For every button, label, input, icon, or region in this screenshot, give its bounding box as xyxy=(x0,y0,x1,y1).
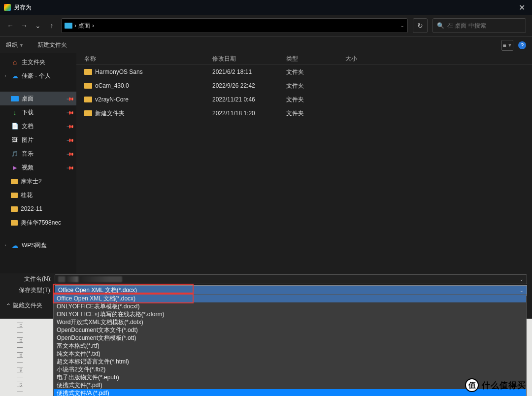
filetype-option[interactable]: OpenDocument文本文件(*.odt) xyxy=(54,326,526,334)
filetype-dropdown: Office Open XML 文档(*.docx) ONLYOFFICE表单模… xyxy=(53,294,527,396)
folder-icon xyxy=(84,69,92,75)
file-row[interactable]: HarmonyOS Sans2021/6/2 18:11文件夹 xyxy=(76,65,532,79)
filetype-option[interactable]: 便携式文件/A (*.pdf) xyxy=(54,389,526,396)
titlebar: 另存为 ✕ xyxy=(0,0,532,15)
chevron-up-icon: ⌃ xyxy=(6,302,11,309)
filetype-option[interactable]: 超文本标记语言文件(*.html) xyxy=(54,358,526,365)
filetype-option[interactable]: 便携式文件(*.pdf) xyxy=(54,381,526,389)
list-icon: ≡ xyxy=(503,42,506,49)
tree-videos[interactable]: 视频📌 xyxy=(0,161,76,174)
folder-icon xyxy=(84,83,92,89)
chevron-down-icon: ⌄ xyxy=(520,288,524,293)
watermark-badge: 值 xyxy=(465,378,479,392)
filetype-option[interactable]: 电子出版物文件(*.epub) xyxy=(54,373,526,381)
filetype-label: 保存类型(T): xyxy=(5,286,52,295)
hide-folders-button[interactable]: ⌃ 隐藏文件夹 xyxy=(6,301,42,310)
file-row[interactable]: 新建文件夹2022/11/18 1:20文件夹 xyxy=(76,106,532,120)
tree-home[interactable]: 主文件夹 xyxy=(0,55,76,69)
tree-downloads[interactable]: 下载📌 xyxy=(0,105,76,119)
path-box[interactable]: › 桌面 › ⌄ xyxy=(61,18,408,33)
view-mode-button[interactable]: ≡▼ xyxy=(501,40,513,51)
command-row: 组织▼ 新建文件夹 ≡▼ ? xyxy=(0,36,532,53)
window-title: 另存为 xyxy=(14,3,32,12)
filetype-option[interactable]: Office Open XML 文档(*.docx) xyxy=(54,295,526,302)
chevron-down-icon[interactable]: ⌄ xyxy=(520,277,524,282)
folder-icon xyxy=(84,110,92,116)
folder-icon xyxy=(84,97,92,102)
filetype-option[interactable]: OpenDocument文档模板(*.ott) xyxy=(54,334,526,342)
refresh-button[interactable]: ↻ xyxy=(413,18,428,33)
search-box[interactable]: 🔍 在 桌面 中搜索 xyxy=(432,18,526,33)
new-folder-button[interactable]: 新建文件夹 xyxy=(37,41,67,49)
tree-documents[interactable]: 文档📌 xyxy=(0,119,76,133)
help-button[interactable]: ? xyxy=(518,41,526,49)
filetype-option[interactable]: 小说书2文件(*.fb2) xyxy=(54,365,526,373)
filetype-option[interactable]: ONLYOFFICE表单模板(*.docxf) xyxy=(54,302,526,310)
filetype-option[interactable]: Word开放式XML文档模板(*.dotx) xyxy=(54,318,526,326)
file-row[interactable]: v2rayN-Core2022/11/21 0:46文件夹 xyxy=(76,93,532,106)
tree-personal[interactable]: ›佳豪 - 个人 xyxy=(0,69,76,83)
back-button[interactable]: ← xyxy=(6,18,15,33)
nav-tree: 主文件夹 ›佳豪 - 个人 桌面📌 下载📌 文档📌 图片📌 音乐📌 视频📌 摩米… xyxy=(0,53,76,273)
filename-label: 文件名(N): xyxy=(5,275,52,283)
search-icon: 🔍 xyxy=(437,22,444,29)
filetype-option[interactable]: 纯文本文件(*.txt) xyxy=(54,350,526,358)
folder-icon xyxy=(65,23,72,29)
filename-input[interactable]: ⌄ xyxy=(55,274,527,284)
sort-indicator-icon: ⌃ xyxy=(219,53,223,56)
up-button[interactable]: ↑ xyxy=(47,18,56,33)
tree-desktop[interactable]: 桌面📌 xyxy=(0,92,76,105)
tree-wps[interactable]: ›WPS网盘 xyxy=(0,238,76,252)
search-placeholder: 在 桌面 中搜索 xyxy=(447,22,486,30)
tree-folder-1[interactable]: 摩米士2 xyxy=(0,174,76,188)
column-header: 名称 修改日期 类型 大小 xyxy=(76,53,532,65)
tree-folder-3[interactable]: 2022-11 xyxy=(0,202,76,216)
nav-row: ← → ⌄ ↑ › 桌面 › ⌄ ↻ 🔍 在 桌面 中搜索 xyxy=(0,15,532,36)
tree-pictures[interactable]: 图片📌 xyxy=(0,133,76,147)
filename-value-obscured xyxy=(58,276,122,282)
col-name[interactable]: 名称 xyxy=(82,55,210,63)
watermark: 值 什么值得买 xyxy=(465,378,526,392)
path-chevron-icon[interactable]: ⌄ xyxy=(400,23,404,28)
save-as-dialog: 另存为 ✕ ← → ⌄ ↑ › 桌面 › ⌄ ↻ 🔍 在 桌面 中搜索 组织▼ … xyxy=(0,0,532,319)
tree-folder-2[interactable]: 桂花 xyxy=(0,188,76,202)
path-segment[interactable]: 桌面 xyxy=(78,22,90,30)
app-icon xyxy=(4,4,11,11)
pin-icon: 📌 xyxy=(66,95,74,102)
organize-button[interactable]: 组织▼ xyxy=(6,41,24,49)
tree-folder-4[interactable]: 奥佳华7598nec xyxy=(0,216,76,230)
filetype-option[interactable]: ONLYOFFICE可填写的在线表格(*.oform) xyxy=(54,310,526,318)
file-row[interactable]: oCam_430.02022/9/26 22:42文件夹 xyxy=(76,79,532,93)
filetype-option[interactable]: 富文本格式(*.rtf) xyxy=(54,342,526,350)
col-type[interactable]: 类型 xyxy=(284,55,343,63)
close-button[interactable]: ✕ xyxy=(516,2,528,13)
watermark-text: 什么值得买 xyxy=(482,380,526,391)
body: 主文件夹 ›佳豪 - 个人 桌面📌 下载📌 文档📌 图片📌 音乐📌 视频📌 摩米… xyxy=(0,53,532,273)
col-size[interactable]: 大小 xyxy=(343,55,383,63)
forward-button[interactable]: → xyxy=(20,18,29,33)
tree-music[interactable]: 音乐📌 xyxy=(0,147,76,161)
recent-dropdown[interactable]: ⌄ xyxy=(33,18,42,33)
file-list: ⌃ 名称 修改日期 类型 大小 HarmonyOS Sans2021/6/2 1… xyxy=(76,53,532,273)
